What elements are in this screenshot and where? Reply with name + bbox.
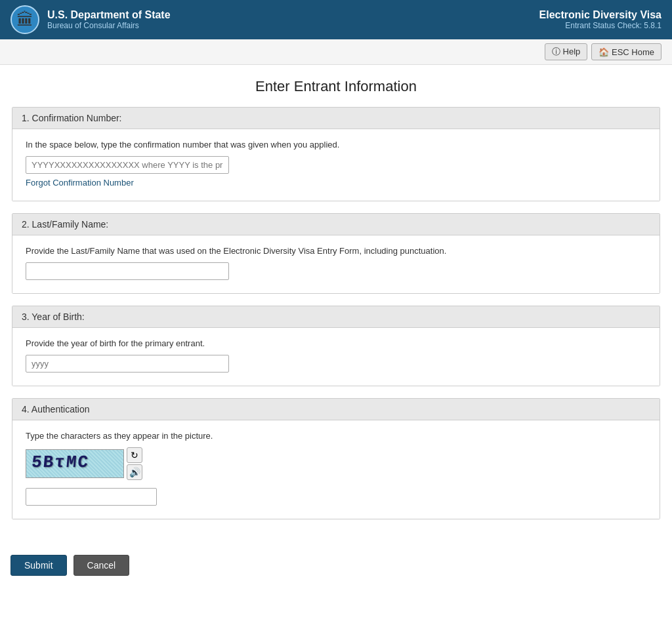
section-lastname: 2. Last/Family Name: Provide the Last/Fa… (12, 213, 660, 294)
section-confirmation-header: 1. Confirmation Number: (12, 108, 660, 129)
form-buttons: Submit Cancel (0, 544, 672, 589)
confirmation-desc: In the space below, type the confirmatio… (26, 140, 646, 150)
lastname-desc: Provide the Last/Family Name that was us… (26, 246, 646, 256)
captcha-text: 5BτMC (26, 450, 96, 475)
captcha-input[interactable] (26, 488, 157, 506)
section-lastname-body: Provide the Last/Family Name that was us… (12, 235, 660, 293)
app-title: Electronic Diversity Visa (539, 9, 662, 21)
captcha-desc: Type the characters as they appear in th… (26, 431, 646, 441)
agency-info: U.S. Department of State Bureau of Consu… (47, 9, 171, 30)
confirmation-input[interactable] (26, 156, 229, 174)
audio-icon: 🔊 (129, 467, 140, 477)
bureau-name: Bureau of Consular Affairs (47, 21, 171, 30)
section-birthyear: 3. Year of Birth: Provide the year of bi… (12, 306, 660, 386)
cancel-button[interactable]: Cancel (74, 555, 130, 576)
section-birthyear-header: 3. Year of Birth: (12, 306, 660, 328)
section-confirmation-body: In the space below, type the confirmatio… (12, 129, 660, 201)
help-label: Help (563, 47, 581, 56)
refresh-icon: ↻ (131, 450, 138, 460)
submit-button[interactable]: Submit (10, 555, 67, 576)
section-birthyear-body: Provide the year of birth for the primar… (12, 328, 660, 386)
captcha-image: 5BτMC (26, 449, 124, 478)
captcha-refresh-button[interactable]: ↻ (127, 447, 142, 463)
help-button[interactable]: ⓘ Help (545, 43, 587, 60)
app-subtitle: Entrant Status Check: 5.8.1 (539, 21, 662, 30)
section-authentication-body: Type the characters as they appear in th… (12, 420, 660, 519)
lastname-input[interactable] (26, 262, 229, 280)
page-title: Enter Entrant Information (12, 65, 660, 107)
page-header: 🏛 U.S. Department of State Bureau of Con… (0, 0, 672, 39)
captcha-audio-button[interactable]: 🔊 (127, 464, 142, 480)
birthyear-desc: Provide the year of birth for the primar… (26, 338, 646, 348)
agency-name: U.S. Department of State (47, 9, 171, 21)
section-lastname-header: 2. Last/Family Name: (12, 214, 660, 235)
app-info: Electronic Diversity Visa Entrant Status… (539, 9, 662, 30)
section-authentication: 4. Authentication Type the characters as… (12, 398, 660, 519)
home-icon: 🏠 (598, 47, 609, 57)
birthyear-input[interactable] (26, 355, 229, 373)
help-icon: ⓘ (552, 47, 560, 56)
header-left: 🏛 U.S. Department of State Bureau of Con… (10, 5, 171, 34)
home-button[interactable]: 🏠 ESC Home (591, 43, 662, 60)
forgot-confirmation-link[interactable]: Forgot Confirmation Number (26, 178, 134, 188)
home-label: ESC Home (612, 47, 654, 57)
section-authentication-header: 4. Authentication (12, 399, 660, 420)
agency-seal: 🏛 (10, 5, 39, 34)
captcha-controls: ↻ 🔊 (127, 447, 142, 480)
nav-bar: ⓘ Help 🏠 ESC Home (0, 39, 672, 65)
section-confirmation: 1. Confirmation Number: In the space bel… (12, 107, 660, 201)
main-content: Enter Entrant Information 1. Confirmatio… (1, 65, 671, 544)
